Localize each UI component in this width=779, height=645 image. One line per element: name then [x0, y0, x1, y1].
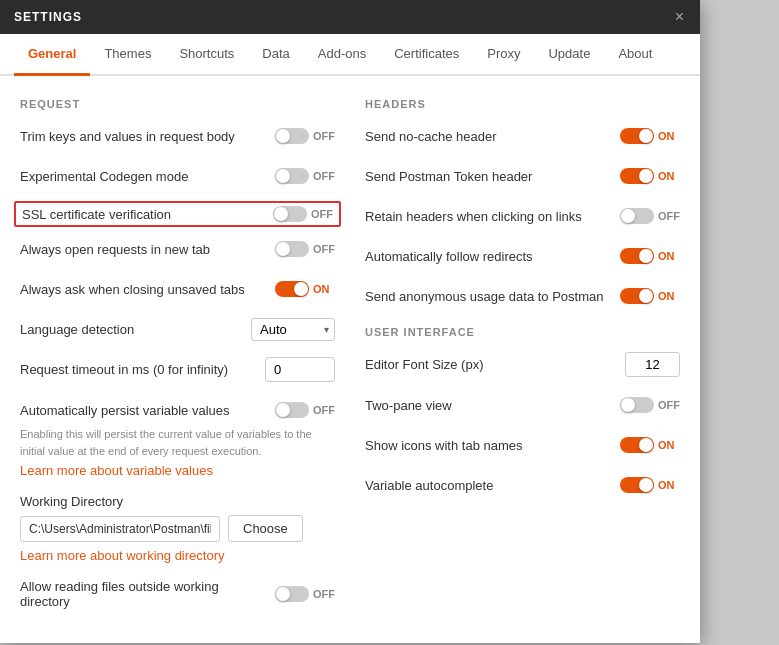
trim-keys-toggle[interactable]: OFF [275, 128, 335, 144]
persist-description: Enabling this will persist the current v… [20, 426, 335, 459]
dialog-title: SETTINGS [14, 10, 82, 24]
autocomplete-track[interactable] [620, 477, 654, 493]
autocomplete-state: ON [658, 479, 680, 491]
tab-proxy[interactable]: Proxy [473, 34, 534, 76]
closing-tabs-label: Always ask when closing unsaved tabs [20, 282, 275, 297]
language-select[interactable]: Auto Plain text HTML JSON XML [251, 318, 335, 341]
closing-tabs-state: ON [313, 283, 335, 295]
codegen-toggle[interactable]: OFF [275, 168, 335, 184]
font-size-row: Editor Font Size (px) [365, 352, 680, 377]
tabs-bar: General Themes Shortcuts Data Add-ons Ce… [0, 34, 700, 76]
closing-tabs-toggle[interactable]: ON [275, 281, 335, 297]
postman-token-track[interactable] [620, 168, 654, 184]
two-pane-toggle[interactable]: OFF [620, 397, 680, 413]
retain-headers-row: Retain headers when clicking on links OF… [365, 204, 680, 228]
retain-headers-track[interactable] [620, 208, 654, 224]
tab-general[interactable]: General [14, 34, 90, 76]
trim-keys-row: Trim keys and values in request body OFF [20, 124, 335, 148]
tab-data[interactable]: Data [248, 34, 303, 76]
tab-shortcuts[interactable]: Shortcuts [165, 34, 248, 76]
tab-icons-row: Show icons with tab names ON [365, 433, 680, 457]
open-requests-toggle[interactable]: OFF [275, 241, 335, 257]
two-pane-state: OFF [658, 399, 680, 411]
language-row: Language detection Auto Plain text HTML … [20, 317, 335, 341]
retain-headers-state: OFF [658, 210, 680, 222]
request-section-title: REQUEST [20, 98, 335, 110]
close-button[interactable]: × [673, 8, 686, 26]
trim-keys-label: Trim keys and values in request body [20, 129, 275, 144]
usage-data-toggle[interactable]: ON [620, 288, 680, 304]
working-dir-row: Choose [20, 515, 335, 542]
no-cache-toggle[interactable]: ON [620, 128, 680, 144]
language-label: Language detection [20, 322, 251, 337]
autocomplete-toggle[interactable]: ON [620, 477, 680, 493]
allow-reading-label: Allow reading files outside working dire… [20, 579, 275, 609]
codegen-label: Experimental Codegen mode [20, 169, 275, 184]
redirects-toggle[interactable]: ON [620, 248, 680, 264]
usage-data-track[interactable] [620, 288, 654, 304]
persist-section: Automatically persist variable values OF… [20, 398, 335, 478]
timeout-label: Request timeout in ms (0 for infinity) [20, 362, 265, 377]
redirects-label: Automatically follow redirects [365, 249, 620, 264]
font-size-input[interactable] [625, 352, 680, 377]
closing-tabs-track[interactable] [275, 281, 309, 297]
codegen-row: Experimental Codegen mode OFF [20, 164, 335, 188]
allow-reading-track[interactable] [275, 586, 309, 602]
tab-certificates[interactable]: Certificates [380, 34, 473, 76]
timeout-row: Request timeout in ms (0 for infinity) [20, 357, 335, 382]
tab-icons-label: Show icons with tab names [365, 438, 620, 453]
postman-token-label: Send Postman Token header [365, 169, 620, 184]
working-dir-link[interactable]: Learn more about working directory [20, 548, 335, 563]
tab-addons[interactable]: Add-ons [304, 34, 380, 76]
language-dropdown-wrapper[interactable]: Auto Plain text HTML JSON XML [251, 318, 335, 341]
working-dir-input[interactable] [20, 516, 220, 542]
working-dir-label: Working Directory [20, 494, 335, 509]
allow-reading-toggle[interactable]: OFF [275, 586, 335, 602]
redirects-track[interactable] [620, 248, 654, 264]
codegen-track[interactable] [275, 168, 309, 184]
no-cache-row: Send no-cache header ON [365, 124, 680, 148]
no-cache-track[interactable] [620, 128, 654, 144]
two-pane-label: Two-pane view [365, 398, 620, 413]
tab-icons-toggle[interactable]: ON [620, 437, 680, 453]
codegen-state: OFF [313, 170, 335, 182]
open-requests-track[interactable] [275, 241, 309, 257]
tab-update[interactable]: Update [534, 34, 604, 76]
usage-data-row: Send anonymous usage data to Postman ON [365, 284, 680, 308]
timeout-input[interactable] [265, 357, 335, 382]
ssl-track[interactable] [273, 206, 307, 222]
choose-button[interactable]: Choose [228, 515, 303, 542]
postman-token-toggle[interactable]: ON [620, 168, 680, 184]
open-requests-state: OFF [313, 243, 335, 255]
postman-token-row: Send Postman Token header ON [365, 164, 680, 188]
no-cache-label: Send no-cache header [365, 129, 620, 144]
retain-headers-toggle[interactable]: OFF [620, 208, 680, 224]
redirects-state: ON [658, 250, 680, 262]
persist-link[interactable]: Learn more about variable values [20, 463, 335, 478]
left-column: REQUEST Trim keys and values in request … [20, 94, 335, 625]
ssl-state: OFF [311, 208, 333, 220]
working-dir-section: Working Directory Choose Learn more abou… [20, 494, 335, 563]
two-pane-row: Two-pane view OFF [365, 393, 680, 417]
no-cache-state: ON [658, 130, 680, 142]
autocomplete-row: Variable autocomplete ON [365, 473, 680, 497]
tab-icons-track[interactable] [620, 437, 654, 453]
redirects-row: Automatically follow redirects ON [365, 244, 680, 268]
two-pane-track[interactable] [620, 397, 654, 413]
ui-section-title: USER INTERFACE [365, 326, 680, 338]
tab-about[interactable]: About [604, 34, 666, 76]
trim-keys-state: OFF [313, 130, 335, 142]
retain-headers-label: Retain headers when clicking on links [365, 209, 620, 224]
persist-label: Automatically persist variable values [20, 403, 275, 418]
persist-state: OFF [313, 404, 335, 416]
persist-toggle[interactable]: OFF [275, 402, 335, 418]
tab-themes[interactable]: Themes [90, 34, 165, 76]
tab-icons-state: ON [658, 439, 680, 451]
ssl-label: SSL certificate verification [22, 207, 273, 222]
autocomplete-label: Variable autocomplete [365, 478, 620, 493]
ssl-toggle[interactable]: OFF [273, 206, 333, 222]
usage-data-label: Send anonymous usage data to Postman [365, 289, 620, 304]
postman-token-state: ON [658, 170, 680, 182]
trim-keys-track[interactable] [275, 128, 309, 144]
persist-track[interactable] [275, 402, 309, 418]
